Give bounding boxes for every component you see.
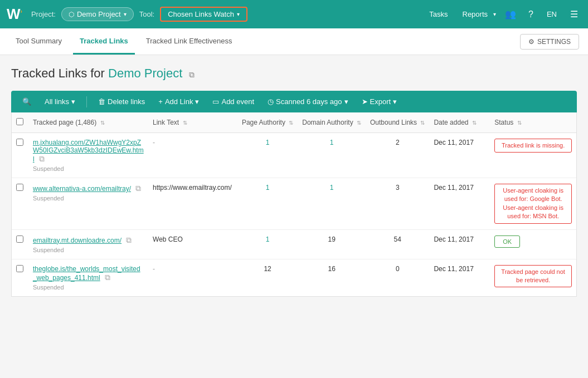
row-2-link-text-value: https://www.emailtray.com/ [153,184,232,192]
main-content: Tracked Links for Demo Project ⧉ 🔍 All l… [0,55,588,308]
sort-da-icon[interactable]: ⇅ [357,120,361,126]
sort-pa-icon[interactable]: ⇅ [289,120,293,126]
tab-tracked-link-effectiveness[interactable]: Tracked Link Effectiveness [139,29,239,55]
row-2-page-icon: ⧉ [135,184,141,193]
settings-button[interactable]: ⚙ SETTINGS [520,34,579,50]
row-checkbox-cell-3 [12,229,28,259]
row-4-link-text-value: - [153,265,155,273]
row-1-da-cell: 1 [298,133,366,178]
all-links-chevron-icon: ▾ [71,97,75,106]
tool-name: Chosen Links Watch [168,10,234,18]
row-3-url-link[interactable]: emailtray.mt.downloadre.com/ [33,237,122,244]
language-selector[interactable]: EN [542,10,561,18]
row-2-pa-cell: 1 [237,178,298,230]
row-2-checkbox[interactable] [16,184,23,191]
row-4-pa-cell: 12 [237,259,298,296]
table-row: www.alternativa-a.com/emailtray/ ⧉ Suspe… [12,178,576,230]
search-icon: 🔍 [22,97,31,106]
row-4-url-link[interactable]: theglobe.is/the_worlds_most_visited_web_… [33,265,140,282]
row-checkbox-cell-1 [12,133,28,178]
row-2-status-cell: User-agent cloaking is used for: Google … [490,178,576,230]
select-all-checkbox[interactable] [16,118,23,125]
sort-ob-icon[interactable]: ⇅ [420,120,425,126]
export-button[interactable]: ➤ Export ▾ [357,95,402,108]
row-2-da-cell: 1 [298,178,366,230]
row-3-pa-value[interactable]: 1 [266,235,270,243]
row-4-checkbox[interactable] [16,265,23,272]
row-1-da-value[interactable]: 1 [330,139,334,146]
tab-tracked-links[interactable]: Tracked Links [73,29,135,55]
col-tracked-page: Tracked page (1,486) ⇅ [28,112,148,133]
row-2-da-value[interactable]: 1 [330,184,334,192]
col-outbound-links: Outbound Links ⇅ [366,112,429,133]
calendar-icon: ▭ [212,97,219,106]
col-page-authority: Page Authority ⇅ [237,112,298,133]
row-2-ob-value: 3 [396,184,400,192]
sort-status-icon[interactable]: ⇅ [517,120,522,126]
tab-tool-summary[interactable]: Tool Summary [9,29,69,55]
scan-icon: ◷ [268,97,274,106]
row-2-url-cell: www.alternativa-a.com/emailtray/ ⧉ Suspe… [28,178,148,230]
row-4-date-cell: Dec 11, 2017 [429,259,490,296]
tasks-link[interactable]: Tasks [425,10,452,18]
table-row: theglobe.is/the_worlds_most_visited_web_… [12,259,576,296]
row-checkbox-cell-4 [12,259,28,296]
col-domain-authority: Domain Authority ⇅ [298,112,366,133]
row-3-date-value: Dec 11, 2017 [434,235,473,243]
row-4-pa-value: 12 [264,265,271,273]
row-1-url-link[interactable]: m.jxhualang.com/ZW1haWwgY2xpZW50IGZvciB3… [33,139,144,163]
row-4-link-text-cell: - [148,259,237,296]
top-navigation: W› Project: ⬡ Demo Project ▾ Tool: Chose… [0,0,588,28]
table-header-row: Tracked page (1,486) ⇅ Link Text ⇅ Page … [12,112,576,133]
row-1-checkbox[interactable] [16,139,23,146]
project-name: Demo Project [77,10,121,18]
row-3-ob-cell: 54 [366,229,429,259]
all-links-label: All links [45,97,69,106]
scanned-button[interactable]: ◷ Scanned 6 days ago ▾ [263,95,353,108]
help-icon[interactable]: ? [525,9,537,19]
row-3-status-cell: OK [490,229,576,259]
row-1-status-badge: Tracked link is missing. [494,139,572,153]
logo-icon: W› [7,6,22,23]
row-checkbox-cell-2 [12,178,28,230]
page-title: Tracked Links for Demo Project ⧉ [11,66,577,81]
row-3-page-icon: ⧉ [126,235,132,244]
external-link-icon: ⧉ [189,70,195,79]
tool-chevron-icon: ▾ [237,11,240,17]
row-1-pa-cell: 1 [237,133,298,178]
row-1-ob-cell: 2 [366,133,429,178]
row-3-checkbox[interactable] [16,235,23,243]
row-4-page-icon: ⧉ [105,273,110,282]
project-link[interactable]: Demo Project [108,66,182,80]
col-link-text: Link Text ⇅ [148,112,237,133]
row-1-date-value: Dec 11, 2017 [434,139,473,146]
sort-tracked-page-icon[interactable]: ⇅ [100,120,105,126]
project-selector[interactable]: ⬡ Demo Project ▾ [61,7,134,21]
search-button[interactable]: 🔍 [18,95,36,108]
row-4-da-cell: 16 [298,259,366,296]
reports-chevron-icon: ▾ [493,11,496,17]
users-icon[interactable]: 👥 [502,9,519,19]
row-3-da-value: 19 [328,235,335,243]
row-1-date-cell: Dec 11, 2017 [429,133,490,178]
all-links-button[interactable]: All links ▾ [40,95,80,108]
row-1-pa-value[interactable]: 1 [266,139,270,146]
col-status: Status ⇅ [490,112,576,133]
delete-links-button[interactable]: 🗑 Delete links [94,95,149,108]
add-event-button[interactable]: ▭ Add event [208,95,259,108]
trash-icon: 🗑 [98,97,105,106]
toolbar-separator-1 [86,96,87,107]
reports-link[interactable]: Reports [458,10,493,18]
table-row: m.jxhualang.com/ZW1haWwgY2xpZW50IGZvciB3… [12,133,576,178]
row-3-date-cell: Dec 11, 2017 [429,229,490,259]
plus-icon: + [158,97,163,106]
select-all-header [12,112,28,133]
row-2-url-link[interactable]: www.alternativa-a.com/emailtray/ [33,185,131,193]
menu-icon[interactable]: ☰ [567,9,581,19]
sort-date-icon[interactable]: ⇅ [472,120,477,126]
row-2-status-badge: User-agent cloaking is used for: Google … [494,184,572,224]
tool-selector[interactable]: Chosen Links Watch ▾ [160,7,247,22]
sort-link-text-icon[interactable]: ⇅ [183,120,187,126]
row-2-pa-value[interactable]: 1 [266,184,270,192]
add-link-button[interactable]: + Add Link ▾ [154,95,203,108]
